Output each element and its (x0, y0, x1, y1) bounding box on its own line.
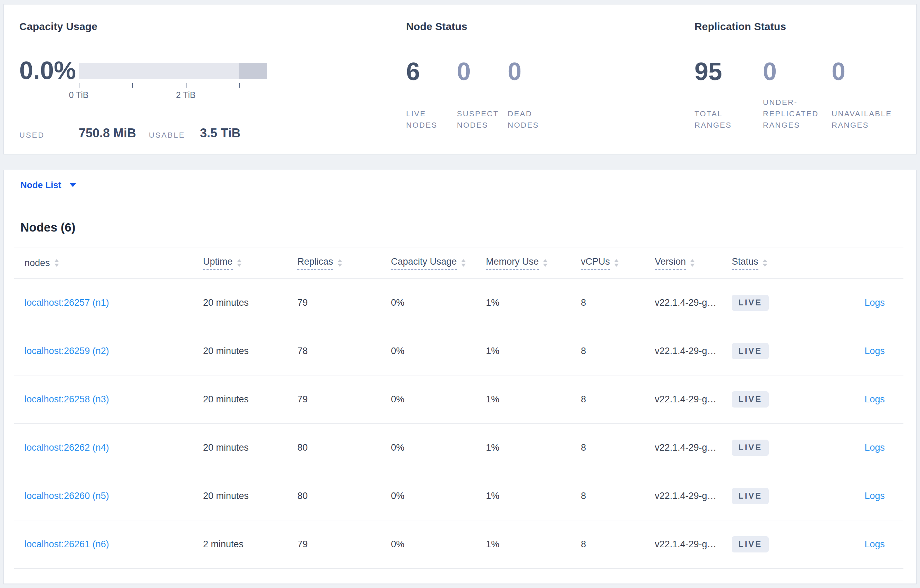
sort-by-memory-use[interactable]: Memory Use (486, 256, 539, 270)
logs-link[interactable]: Logs (864, 297, 885, 308)
gauge-tick (79, 83, 79, 88)
capacity-usage-cell: 0% (391, 346, 486, 357)
unavailable-ranges-count: 0 (832, 59, 918, 84)
node-list-dropdown-bar: Node List (4, 170, 916, 200)
node-link[interactable]: localhost:26262 (n4) (24, 443, 109, 453)
column-header-vcpus: vCPUs (581, 256, 655, 270)
table-row: localhost:26262 (n4) 20 minutes 80 0% 1%… (14, 424, 904, 472)
logs-link[interactable]: Logs (864, 346, 885, 356)
gauge-tick (186, 83, 186, 88)
capacity-usage-panel: Capacity Usage 0.0% 0 TiB 2 TiB USED 750… (19, 5, 399, 155)
table-row: localhost:26258 (n3) 20 minutes 79 0% 1%… (14, 375, 904, 424)
vcpus-cell: 8 (581, 394, 655, 405)
replication-status-title: Replication Status (695, 21, 786, 32)
node-list-dropdown[interactable]: Node List (20, 180, 76, 191)
replication-status-values: 95 0 0 (695, 59, 918, 84)
memory-use-cell: 1% (486, 346, 581, 357)
gauge-tick-label: 0 TiB (58, 90, 99, 100)
logs-link[interactable]: Logs (864, 443, 885, 453)
total-ranges-count: 95 (695, 59, 763, 84)
live-nodes-count: 6 (406, 59, 457, 84)
node-link[interactable]: localhost:26260 (n5) (24, 491, 109, 501)
dead-nodes-label: DEAD NODES (508, 108, 559, 131)
status-badge: LIVE (732, 536, 769, 552)
column-header-version: Version (655, 256, 732, 270)
status-badge: LIVE (732, 391, 769, 407)
node-link[interactable]: localhost:26259 (n2) (24, 346, 109, 356)
logs-link[interactable]: Logs (864, 394, 885, 404)
memory-use-cell: 1% (486, 297, 581, 308)
sort-by-nodes[interactable]: nodes (24, 258, 50, 268)
version-cell: v22.1.4-29-g… (655, 346, 732, 357)
node-list-dropdown-label: Node List (20, 180, 61, 191)
capacity-used-percent: 0.0% (19, 58, 76, 83)
column-header-replicas: Replicas (297, 256, 391, 270)
uptime-cell: 2 minutes (203, 539, 297, 550)
capacity-usage-cell: 0% (391, 539, 486, 550)
cluster-overview-page: { "summary": { "capacity": { "title": "C… (0, 0, 920, 588)
suspect-nodes-count: 0 (457, 59, 508, 84)
logs-link[interactable]: Logs (864, 539, 885, 549)
sort-arrows-icon[interactable] (461, 259, 466, 267)
used-label: USED (19, 131, 45, 140)
sort-arrows-icon[interactable] (543, 259, 548, 267)
sort-by-replicas[interactable]: Replicas (297, 256, 333, 270)
node-status-panel: Node Status 6 0 0 LIVE NODES SUSPECT NOD… (406, 5, 689, 155)
node-list-card: Node List Nodes (6) nodes Uptime Replica… (3, 170, 917, 584)
column-header-capacity-usage: Capacity Usage (391, 256, 486, 270)
status-badge: LIVE (732, 343, 769, 359)
capacity-usage-cell: 0% (391, 297, 486, 308)
table-row: localhost:26259 (n2) 20 minutes 78 0% 1%… (14, 327, 904, 375)
gauge-tick-label: 2 TiB (165, 90, 207, 100)
version-cell: v22.1.4-29-g… (655, 443, 732, 453)
under-replicated-ranges-label: UNDER- REPLICATED RANGES (763, 97, 832, 131)
capacity-usage-cell: 0% (391, 394, 486, 405)
node-status-title: Node Status (406, 21, 467, 32)
version-cell: v22.1.4-29-g… (655, 491, 732, 501)
column-header-status: Status (732, 256, 812, 270)
sort-by-status[interactable]: Status (732, 256, 758, 270)
node-link[interactable]: localhost:26257 (n1) (24, 297, 109, 308)
chevron-down-icon (70, 183, 76, 187)
sort-by-uptime[interactable]: Uptime (203, 256, 233, 270)
node-link[interactable]: localhost:26261 (n6) (24, 539, 109, 549)
replicas-cell: 80 (297, 491, 391, 501)
node-link[interactable]: localhost:26258 (n3) (24, 394, 109, 404)
sort-arrows-icon[interactable] (237, 259, 242, 267)
capacity-usage-title: Capacity Usage (19, 21, 97, 32)
uptime-cell: 20 minutes (203, 394, 297, 405)
memory-use-cell: 1% (486, 539, 581, 550)
cluster-summary-card: Capacity Usage 0.0% 0 TiB 2 TiB USED 750… (3, 4, 917, 154)
usable-value: 3.5 TiB (200, 126, 240, 141)
uptime-cell: 20 minutes (203, 297, 297, 308)
replicas-cell: 79 (297, 297, 391, 308)
unavailable-ranges-label: UNAVAILABLE RANGES (832, 108, 918, 131)
sort-arrows-icon[interactable] (614, 259, 619, 267)
sort-arrows-icon[interactable] (54, 259, 59, 267)
capacity-gauge-tail-segment (239, 63, 267, 79)
suspect-nodes-label: SUSPECT NODES (457, 108, 508, 131)
version-cell: v22.1.4-29-g… (655, 539, 732, 550)
column-header-uptime: Uptime (203, 256, 297, 270)
status-badge: LIVE (732, 439, 769, 456)
sort-arrows-icon[interactable] (763, 259, 767, 267)
nodes-table: nodes Uptime Replicas Capacity Usage Mem… (14, 247, 904, 569)
uptime-cell: 20 minutes (203, 491, 297, 501)
sort-by-capacity-usage[interactable]: Capacity Usage (391, 256, 457, 270)
replicas-cell: 79 (297, 394, 391, 405)
replication-status-panel: Replication Status 95 0 0 TOTAL RANGES U… (695, 5, 915, 155)
memory-use-cell: 1% (486, 394, 581, 405)
table-row: localhost:26261 (n6) 2 minutes 79 0% 1% … (14, 520, 904, 569)
column-header-memory-use: Memory Use (486, 256, 581, 270)
sort-by-version[interactable]: Version (655, 256, 686, 270)
version-cell: v22.1.4-29-g… (655, 297, 732, 308)
sort-by-vcpus[interactable]: vCPUs (581, 256, 610, 270)
column-header-nodes: nodes (14, 258, 203, 268)
sort-arrows-icon[interactable] (690, 259, 695, 267)
replicas-cell: 78 (297, 346, 391, 357)
used-value: 750.8 MiB (79, 126, 136, 141)
status-badge: LIVE (732, 295, 769, 310)
sort-arrows-icon[interactable] (337, 259, 342, 267)
logs-link[interactable]: Logs (864, 491, 885, 501)
vcpus-cell: 8 (581, 297, 655, 308)
